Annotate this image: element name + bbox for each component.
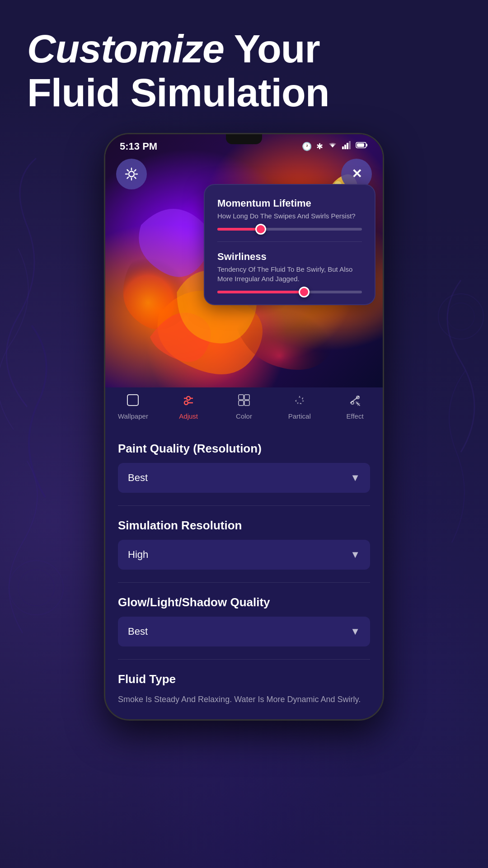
divider-1 xyxy=(118,505,370,506)
svg-rect-5 xyxy=(342,146,344,149)
hero-text-part1: Your xyxy=(234,26,320,71)
effect-tab-label: Effect xyxy=(347,412,364,420)
alarm-icon: 🕐 xyxy=(302,142,312,151)
popup-divider xyxy=(217,241,362,242)
wallpaper-tab-label: Wallpaper xyxy=(118,412,148,420)
swirliness-slider-fill xyxy=(217,291,304,293)
momentum-title: Momentum Lifetime xyxy=(217,198,362,209)
paint-quality-dropdown[interactable]: Best ▼ xyxy=(118,463,370,493)
divider-2 xyxy=(118,582,370,583)
svg-point-0 xyxy=(9,561,63,615)
svg-point-18 xyxy=(184,401,188,405)
svg-point-2 xyxy=(438,294,483,339)
simulation-res-value: High xyxy=(128,549,148,561)
svg-rect-7 xyxy=(347,143,348,149)
particle-tab-label: Partical xyxy=(288,412,311,420)
settings-content: Paint Quality (Resolution) Best ▼ Simula… xyxy=(105,428,383,719)
svg-point-15 xyxy=(187,396,190,400)
swirliness-slider-thumb xyxy=(299,287,310,297)
phone-frame: 5:13 PM 🕐 ✱ xyxy=(104,133,384,721)
fluid-type-desc: Smoke Is Steady And Relaxing. Water Is M… xyxy=(118,693,370,706)
settings-button[interactable] xyxy=(116,159,147,189)
svg-rect-10 xyxy=(366,144,367,146)
wallpaper-preview: 5:13 PM 🕐 ✱ xyxy=(105,134,383,387)
momentum-slider-track[interactable] xyxy=(217,228,362,231)
effect-tab-icon xyxy=(349,394,361,410)
adjust-tab-icon xyxy=(182,394,195,410)
glow-quality-title: Glow/Light/Shadow Quality xyxy=(118,595,370,609)
status-icons: 🕐 ✱ xyxy=(302,141,368,151)
battery-icon xyxy=(356,142,368,151)
svg-point-26 xyxy=(351,401,354,404)
svg-point-12 xyxy=(129,171,134,177)
fluid-type-title: Fluid Type xyxy=(118,672,370,686)
glow-quality-dropdown[interactable]: Best ▼ xyxy=(118,617,370,646)
momentum-slider-thumb xyxy=(255,224,266,235)
simulation-res-dropdown[interactable]: High ▼ xyxy=(118,540,370,570)
svg-rect-6 xyxy=(344,145,346,149)
swirliness-title: Swirliness xyxy=(217,251,362,263)
paint-quality-title: Paint Quality (Resolution) xyxy=(118,442,370,456)
swirliness-slider-track[interactable] xyxy=(217,291,362,293)
momentum-slider-fill xyxy=(217,228,261,231)
status-time: 5:13 PM xyxy=(120,141,157,152)
signal-icon xyxy=(342,141,351,151)
particle-tab-icon xyxy=(293,394,306,410)
svg-rect-23 xyxy=(239,401,244,406)
glow-quality-arrow: ▼ xyxy=(350,626,360,637)
phone-notch xyxy=(226,134,262,144)
swirliness-desc: Tendency Of The Fluid To Be Swirly, But … xyxy=(217,264,362,283)
tab-wallpaper[interactable]: Wallpaper xyxy=(105,394,161,420)
svg-rect-8 xyxy=(349,141,351,149)
glow-quality-value: Best xyxy=(128,626,148,637)
hero-text-part2: Fluid Simulation xyxy=(27,70,329,115)
momentum-desc: How Long Do The Swipes And Swirls Persis… xyxy=(217,211,362,221)
tab-effect[interactable]: Effect xyxy=(327,394,383,420)
tab-particle[interactable]: Partical xyxy=(272,394,327,420)
simulation-res-arrow: ▼ xyxy=(350,549,360,561)
color-tab-label: Color xyxy=(236,412,252,420)
paint-quality-value: Best xyxy=(128,472,148,484)
hero-header: Customize Your Fluid Simulation xyxy=(0,0,488,133)
svg-rect-21 xyxy=(239,395,244,400)
svg-rect-22 xyxy=(244,395,249,400)
svg-point-3 xyxy=(447,303,474,330)
svg-rect-24 xyxy=(244,401,249,406)
settings-popup: Momentum Lifetime How Long Do The Swipes… xyxy=(204,184,375,305)
svg-rect-11 xyxy=(357,143,364,147)
svg-rect-13 xyxy=(127,395,138,406)
paint-quality-arrow: ▼ xyxy=(350,472,360,484)
close-icon: ✕ xyxy=(352,166,362,181)
simulation-res-title: Simulation Resolution xyxy=(118,519,370,533)
bluetooth-icon: ✱ xyxy=(316,142,323,151)
hero-highlight: Customize xyxy=(27,26,224,71)
svg-rect-14 xyxy=(127,395,138,406)
tab-bar: Wallpaper Adjust xyxy=(105,387,383,428)
divider-3 xyxy=(118,659,370,660)
wallpaper-tab-icon xyxy=(127,394,139,410)
color-tab-icon xyxy=(238,394,250,410)
tab-adjust[interactable]: Adjust xyxy=(161,394,216,420)
tab-color[interactable]: Color xyxy=(216,394,272,420)
adjust-tab-label: Adjust xyxy=(179,412,198,420)
svg-point-1 xyxy=(18,570,54,606)
wifi-icon xyxy=(328,141,338,151)
